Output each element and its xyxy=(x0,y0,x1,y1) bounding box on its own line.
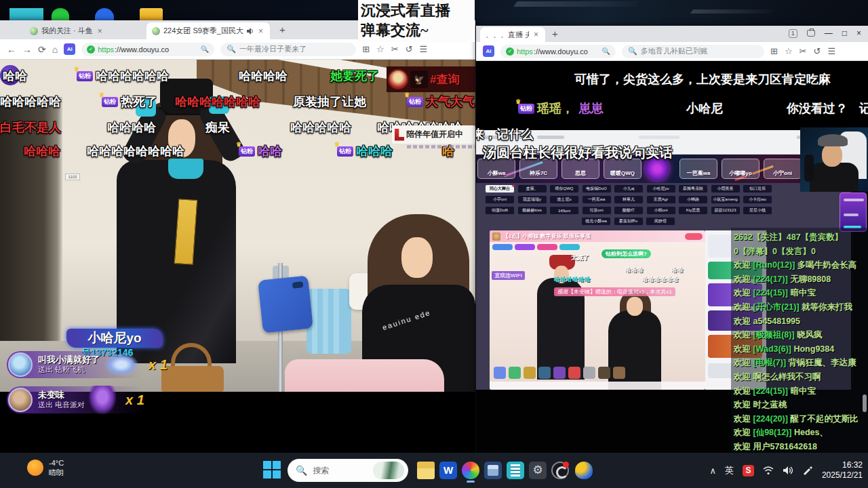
home-icon[interactable]: ⌂ xyxy=(52,45,58,54)
ime-indicator[interactable]: 英 xyxy=(725,464,734,476)
promo-card[interactable] xyxy=(840,192,867,232)
calculator-icon[interactable] xyxy=(484,462,502,479)
tab-close-icon[interactable]: × xyxy=(534,30,538,39)
address-bar[interactable]: ✓ https://www.douyu.co 🔍 xyxy=(500,45,616,58)
follow-button[interactable] xyxy=(685,233,703,240)
folder-icon[interactable] xyxy=(140,8,163,20)
back-icon[interactable]: ← xyxy=(7,45,16,54)
tray-chevron-icon[interactable]: ∧ xyxy=(709,466,716,476)
session-count-badge[interactable]: 1 xyxy=(789,29,797,38)
streamer-grid-button[interactable]: 杨赫赫kiss xyxy=(517,206,547,215)
streamer-grid-button[interactable]: 动漫Dol6 xyxy=(485,206,515,215)
streamer-grid-button[interactable]: 小宇oni xyxy=(485,195,515,204)
pen-touch-icon[interactable] xyxy=(802,466,813,475)
tab-audio-icon[interactable] xyxy=(247,28,254,35)
zoom-search-icon[interactable]: 🔍 xyxy=(201,45,209,53)
streamer-grid-button[interactable]: 酸酸吖 xyxy=(614,206,644,215)
sogou-icon[interactable]: S xyxy=(743,465,754,476)
gift-icon[interactable] xyxy=(524,367,536,379)
gift-icon[interactable] xyxy=(568,367,580,379)
wifi-icon[interactable] xyxy=(763,466,774,475)
gift-icon[interactable] xyxy=(613,367,625,379)
player-gift-bar[interactable] xyxy=(490,365,705,380)
minimize-button[interactable]: — xyxy=(825,28,833,38)
streamer-grid-button[interactable]: 我是瑞瑞y xyxy=(517,195,547,204)
taskbar-search[interactable]: 🔍 搜索 xyxy=(288,459,408,482)
history-undo-icon[interactable]: ↺ xyxy=(813,46,821,56)
favorites-icon[interactable]: ☆ xyxy=(376,44,384,54)
ai-assistant-icon[interactable]: AI xyxy=(483,45,494,57)
streamer-grid-button[interactable]: 小鼠宝ameng xyxy=(711,195,741,204)
streamer-grid-button[interactable]: 闲静馆 xyxy=(646,217,675,226)
gift-icon[interactable] xyxy=(583,367,595,379)
apps-grid-icon[interactable]: ⊞ xyxy=(770,46,778,56)
reload-icon[interactable]: ⟳ xyxy=(38,45,46,54)
streamer-grid-button[interactable]: 垃圾oni xyxy=(582,206,612,215)
tab-stream-224[interactable]: 224女团 S9赛季_国民大 × xyxy=(146,22,270,39)
gift-icon[interactable] xyxy=(509,367,521,379)
heart-app-icon[interactable] xyxy=(575,462,593,479)
screenshot-icon[interactable]: ✂ xyxy=(391,44,399,54)
ai-assistant-icon[interactable]: AI xyxy=(64,43,75,55)
streamer-grid-button[interactable]: 林菜儿 xyxy=(614,195,644,204)
streamer-grid-button[interactable]: 夏落别样o xyxy=(614,217,644,226)
obs-icon[interactable] xyxy=(551,462,569,479)
hot-search-box[interactable]: 🔍 多地育儿补贴已到账 xyxy=(622,45,764,58)
streamer-grid-button[interactable]: 星星小桃 xyxy=(743,206,772,215)
streamer-grid-button[interactable]: 小棉oni xyxy=(646,206,676,215)
banner-streamer-card[interactable]: 小宁oni xyxy=(764,159,802,179)
notepad-icon[interactable] xyxy=(507,462,524,479)
favorites-icon[interactable]: ☆ xyxy=(785,46,793,56)
streamer-grid-button[interactable]: 小哈尼yo xyxy=(646,184,676,193)
new-tab-button[interactable]: + xyxy=(279,24,285,35)
phone-app-icon[interactable] xyxy=(95,8,114,20)
browser-icon[interactable] xyxy=(462,462,479,479)
apps-grid-icon[interactable]: ⊞ xyxy=(362,44,370,54)
banner-streamer-card[interactable]: 一芭蕉wa xyxy=(679,159,717,179)
clock[interactable]: 16:32 2025/12/21 xyxy=(822,460,863,481)
theme-skin-icon[interactable] xyxy=(807,30,815,37)
streamer-grid-button[interactable]: 小卡拉wo xyxy=(743,195,772,204)
streamer-grid-button[interactable]: 皮薇、 xyxy=(517,184,547,193)
streamer-grid-button[interactable]: 慕姆粤亲姐 xyxy=(678,184,708,193)
streamer-grid-button[interactable]: 一芭蕉wa xyxy=(582,195,612,204)
settings-gear-icon[interactable]: ⚙ xyxy=(529,462,547,479)
streamer-grid-button[interactable]: 安恩Agr xyxy=(646,195,676,204)
address-bar[interactable]: ✓ https://www.douyu.co 🔍 xyxy=(81,43,214,56)
streamer-grid-button[interactable]: 小熠熹熹 xyxy=(711,184,741,193)
gift-icon[interactable] xyxy=(598,367,610,379)
streamer-grid-button[interactable]: 小九aj xyxy=(614,184,644,193)
zoom-search-icon[interactable]: 🔍 xyxy=(602,47,610,55)
streamer-grid-button[interactable]: 迪士尼o xyxy=(549,195,579,204)
forward-icon[interactable]: → xyxy=(22,45,32,54)
banner-streamer-card[interactable]: 小嘟嘟yo xyxy=(722,159,760,179)
word-icon[interactable]: W xyxy=(439,462,457,479)
menu-icon[interactable]: ☰ xyxy=(420,44,428,54)
new-tab-button[interactable]: + xyxy=(552,28,558,39)
gift-icon[interactable] xyxy=(553,367,566,379)
chat-scrollbar[interactable] xyxy=(863,394,867,412)
hot-search-box[interactable]: 🔍 一年最冷日子要来了 xyxy=(220,43,356,56)
screenshot-icon[interactable]: ✂ xyxy=(800,46,807,56)
chat-overlay[interactable]: 2632【关注】487【贵宾数】0【弹幕】0【发言】0欢迎 [Run0(12)]… xyxy=(731,228,868,453)
yearpass-banner[interactable]: 陪伴年值开启中 xyxy=(392,125,475,144)
streamer-grid-button[interactable]: 桃元小酥wa xyxy=(581,217,611,226)
streamer-grid-button[interactable]: 似口逗筒 xyxy=(743,184,772,193)
streamer-grid-button[interactable]: 甜甜123123 xyxy=(711,206,741,215)
tab-close-icon[interactable]: × xyxy=(258,26,263,36)
menu-icon[interactable]: ☰ xyxy=(827,46,835,56)
tab-close-icon[interactable]: × xyxy=(98,26,102,36)
embedded-player[interactable]: 【1点】小师妹 数字音乐 双倍乐享值 太减了 钻粉到怎么送啊? 哈哈哈 xyxy=(490,230,705,390)
streamer-grid-button[interactable]: 电饭锅DoO xyxy=(582,184,612,193)
tab-live[interactable]: 、、、直播 夫 × xyxy=(480,27,545,42)
gift-icon[interactable] xyxy=(538,367,551,379)
history-undo-icon[interactable]: ↺ xyxy=(406,44,413,54)
streamer-grid-button[interactable]: 145oni xyxy=(549,206,579,215)
gifter-avatar[interactable] xyxy=(8,352,33,377)
wechat-icon[interactable] xyxy=(52,8,69,20)
maximize-button[interactable]: □ xyxy=(842,28,847,38)
gift-icon[interactable] xyxy=(494,367,506,379)
streamer-grid-button[interactable]: 小蜂路 xyxy=(678,195,708,204)
weather-widget[interactable]: -4°C 晴朗 xyxy=(27,458,64,477)
gifter-avatar[interactable] xyxy=(8,388,33,412)
